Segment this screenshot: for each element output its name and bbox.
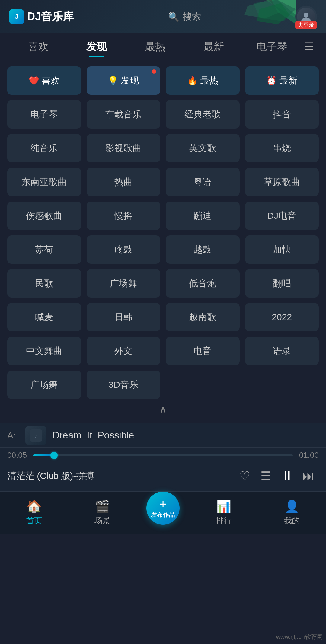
- cat-btn-yueyu[interactable]: 粤语: [166, 168, 240, 196]
- progress-track[interactable]: [33, 454, 293, 456]
- progress-bar-area: 00:05 01:00: [0, 448, 326, 462]
- publish-fab-button[interactable]: + 发布作品: [146, 492, 180, 525]
- cat-btn-jingdian[interactable]: 经典老歌: [166, 100, 240, 129]
- next-button[interactable]: ⏭: [298, 465, 319, 486]
- bottom-nav-home[interactable]: 🏠 首页: [10, 499, 58, 526]
- chevron-up-icon: ∧: [159, 403, 167, 416]
- nav-menu-button[interactable]: ☰: [301, 33, 317, 60]
- cat-btn-djdianyin[interactable]: DJ电音: [245, 202, 319, 230]
- tab-zuixin[interactable]: 最新: [184, 33, 243, 60]
- app-title: DJ音乐库: [27, 9, 74, 24]
- cat-btn-rihan[interactable]: 日韩: [87, 303, 161, 331]
- bulb-icon: 💡: [108, 76, 118, 86]
- cat-btn-zhongwenwuqu[interactable]: 中文舞曲: [7, 337, 81, 365]
- cat-btn-shangganyuequ[interactable]: 伤感歌曲: [7, 202, 81, 230]
- clock-icon: ⏰: [266, 76, 277, 86]
- bottom-nav-scene[interactable]: 🎬 场景: [78, 499, 126, 526]
- now-playing-bar: A: ♪ Dream_It_Possible 00:05 01:00 清茫茫 (…: [0, 423, 326, 491]
- cat-btn-jiakuai[interactable]: 加快: [245, 235, 319, 264]
- cat-btn-faxian[interactable]: 💡 发现: [87, 66, 161, 95]
- cat-btn-2022[interactable]: 2022: [245, 303, 319, 331]
- cat-btn-chunyinyue[interactable]: 纯音乐: [7, 134, 81, 162]
- tab-dianziqin[interactable]: 电子琴: [243, 33, 301, 60]
- category-grid: ❤️ 喜欢 💡 发现 🔥 最热 ⏰ 最新 电子琴 车载音乐 经典老歌 抖音: [7, 66, 319, 399]
- cat-btn-minge[interactable]: 民歌: [7, 269, 81, 298]
- app-logo: J DJ音乐库: [9, 9, 74, 24]
- cat-btn-yingshi[interactable]: 影视歌曲: [87, 134, 161, 162]
- bottom-nav-mine[interactable]: 👤 我的: [268, 499, 316, 526]
- cat-btn-dianyin[interactable]: 电音: [166, 337, 240, 365]
- app-header: J DJ音乐库 🔍 搜索 去登录: [0, 0, 326, 33]
- cat-btn-douyin[interactable]: 抖音: [245, 100, 319, 129]
- search-label: 搜索: [183, 11, 201, 23]
- tab-faxian[interactable]: 发现: [68, 33, 126, 60]
- current-song-title: 清茫茫 (Club 版)-拼搏: [7, 470, 234, 482]
- cat-btn-xihuan[interactable]: ❤️ 喜欢: [7, 66, 81, 95]
- pause-button[interactable]: ⏸: [276, 465, 298, 486]
- pause-icon: ⏸: [280, 468, 294, 483]
- playlist-button[interactable]: ☰: [255, 465, 276, 486]
- svg-point-6: [304, 13, 308, 18]
- header-decoration: [229, 0, 296, 33]
- nav-tabs: 喜欢 发现 最热 最新 电子琴 ☰: [0, 33, 326, 60]
- watermark: www.rjtj.cn软荐网: [276, 633, 323, 641]
- logo-icon: J: [9, 9, 24, 24]
- cat-btn-suhe[interactable]: 苏荷: [7, 235, 81, 264]
- cat-btn-diyinpao[interactable]: 低音炮: [166, 269, 240, 298]
- music-note-icon: ♪: [30, 429, 42, 442]
- cat-btn-zuire[interactable]: 🔥 最热: [166, 66, 240, 95]
- svg-text:♪: ♪: [34, 432, 38, 439]
- player-controls: 清茫茫 (Club 版)-拼搏 ♡ ☰ ⏸ ⏭: [0, 462, 326, 491]
- user-avatar[interactable]: 去登录: [295, 6, 317, 27]
- collapse-button[interactable]: ∧: [7, 399, 319, 420]
- user-silhouette-icon: [301, 11, 312, 22]
- like-button[interactable]: ♡: [234, 465, 255, 486]
- cat-btn-yingwen[interactable]: 英文歌: [166, 134, 240, 162]
- search-icon: 🔍: [168, 11, 179, 22]
- search-area[interactable]: 🔍 搜索: [168, 11, 201, 23]
- song-peek[interactable]: A: ♪ Dream_It_Possible: [0, 423, 326, 448]
- bottom-nav: 🏠 首页 🎬 场景 + 发布作品 📊 排行 👤 我的: [0, 491, 326, 534]
- cat-btn-yuegu[interactable]: 越鼓: [166, 235, 240, 264]
- song-peek-title: Dream_It_Possible: [53, 430, 134, 441]
- cat-btn-bengdi[interactable]: 蹦迪: [166, 202, 240, 230]
- cat-btn-hanmai[interactable]: 喊麦: [7, 303, 81, 331]
- song-peek-label: A:: [7, 430, 19, 441]
- cat-btn-yulu[interactable]: 语录: [245, 337, 319, 365]
- heart-icon: ❤️: [29, 76, 39, 86]
- cat-btn-requ[interactable]: 热曲: [87, 168, 161, 196]
- menu-icon: ☰: [304, 40, 314, 53]
- cat-btn-3dyinyue[interactable]: 3D音乐: [87, 371, 161, 399]
- cat-btn-guangchangwu2[interactable]: 广场舞: [7, 371, 81, 399]
- cat-btn-yuenange[interactable]: 越南歌: [166, 303, 240, 331]
- bottom-nav-home-label: 首页: [26, 515, 42, 526]
- category-section: ❤️ 喜欢 💡 发现 🔥 最热 ⏰ 最新 电子琴 车载音乐 经典老歌 抖音: [0, 60, 326, 423]
- rank-icon: 📊: [216, 499, 231, 514]
- tab-xihuan[interactable]: 喜欢: [9, 33, 68, 60]
- current-time: 00:05: [7, 451, 28, 460]
- cat-btn-caoyuan[interactable]: 草原歌曲: [245, 168, 319, 196]
- cat-btn-zhangu[interactable]: 咚鼓: [87, 235, 161, 264]
- cat-btn-waiqwen[interactable]: 外文: [87, 337, 161, 365]
- cat-btn-manyao[interactable]: 慢摇: [87, 202, 161, 230]
- cat-btn-chezai[interactable]: 车载音乐: [87, 100, 161, 129]
- cat-btn-fanchang[interactable]: 翻唱: [245, 269, 319, 298]
- notification-dot: [152, 69, 156, 74]
- bottom-nav-rank-label: 排行: [216, 515, 232, 526]
- cat-btn-guangchangwu[interactable]: 广场舞: [87, 269, 161, 298]
- cat-btn-dongnanya[interactable]: 东南亚歌曲: [7, 168, 81, 196]
- tab-zuire[interactable]: 最热: [126, 33, 184, 60]
- cat-btn-chuanshao[interactable]: 串烧: [245, 134, 319, 162]
- bottom-nav-scene-label: 场景: [94, 515, 110, 526]
- heart-icon: ♡: [239, 469, 250, 483]
- bottom-nav-rank[interactable]: 📊 排行: [200, 499, 248, 526]
- home-icon: 🏠: [27, 499, 42, 514]
- login-badge[interactable]: 去登录: [295, 21, 317, 29]
- cat-btn-dianziqin[interactable]: 电子琴: [7, 100, 81, 129]
- progress-thumb: [50, 452, 58, 459]
- cat-btn-zuixin[interactable]: ⏰ 最新: [245, 66, 319, 95]
- next-icon: ⏭: [302, 469, 314, 483]
- total-time: 01:00: [298, 451, 319, 460]
- playlist-icon: ☰: [260, 469, 271, 483]
- bottom-nav-mine-label: 我的: [284, 515, 300, 526]
